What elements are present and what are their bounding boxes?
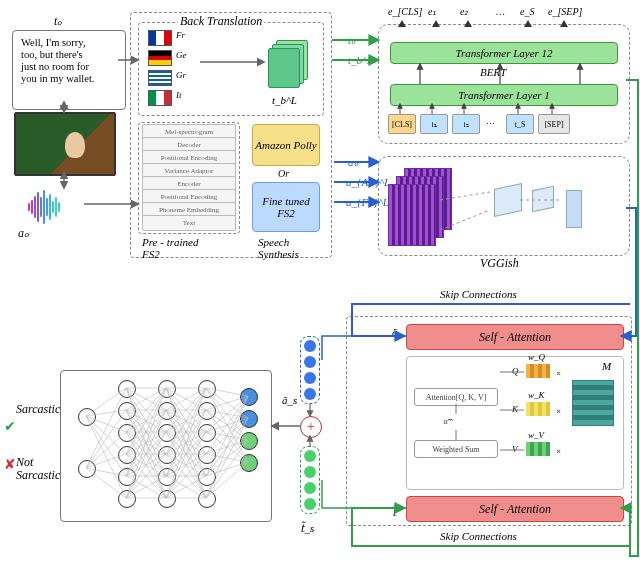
nn-node	[198, 468, 216, 486]
self-attention-bottom-label: Self - Attention	[479, 502, 551, 517]
times1: ×	[556, 368, 561, 378]
a-tilde: ã	[392, 326, 398, 338]
bert-layer12: Transformer Layer 12	[390, 42, 618, 64]
nn-node	[198, 490, 216, 508]
alpha-text: αᵐ	[443, 417, 452, 426]
m-matrix	[572, 380, 614, 426]
attention-fn: Attention[Q, K, V]	[414, 388, 498, 406]
token-cls: [CLS]	[388, 114, 416, 134]
label-to: tₒ	[54, 14, 62, 29]
a-s-vector	[300, 336, 320, 404]
nn-node	[158, 402, 176, 420]
conv-cube-icon	[532, 186, 554, 213]
emb-sep: e_[SEP]	[548, 6, 582, 17]
label-tbL: t_b^L	[272, 94, 297, 106]
arrow-up-icon	[560, 20, 568, 27]
nn-node	[118, 380, 136, 398]
emb-dots: …	[496, 6, 505, 17]
attention-fn-label: Attention[Q, K, V]	[426, 393, 487, 402]
nn-node	[118, 402, 136, 420]
v-label: V	[512, 444, 518, 454]
nn-node	[198, 446, 216, 464]
nn-node	[78, 460, 96, 478]
wq-label: w_Q	[528, 352, 545, 362]
flag-it-label: It	[176, 90, 182, 100]
flag-it-icon	[148, 90, 172, 106]
nn-node	[78, 408, 96, 426]
finetuned-fs2-label: Fine tuned FS2	[253, 195, 319, 219]
token-t1: t₁	[420, 114, 448, 134]
weighted-sum: Weighted Sum	[414, 440, 498, 458]
nn-node	[240, 410, 258, 428]
nn-node	[240, 388, 258, 406]
arrow-up-icon	[464, 20, 472, 27]
nn-node	[158, 380, 176, 398]
t-s-label: t̃_s	[300, 522, 314, 535]
fs2-row: Text	[142, 215, 236, 231]
nn-node	[158, 446, 176, 464]
token-t1-label: t₁	[431, 120, 436, 129]
flag-fr-icon	[148, 30, 172, 46]
wk-label: w_K	[528, 390, 545, 400]
flag-de-icon	[148, 50, 172, 66]
label-ao: aₒ	[18, 226, 29, 241]
wk-matrix	[526, 402, 550, 416]
wv-matrix	[526, 442, 550, 456]
waveform-icon	[28, 190, 60, 224]
diagram-stage: { "input": { "to_label": "t\u2092", "utt…	[0, 0, 640, 571]
emb-e2: e₂	[460, 6, 468, 17]
vggish-in-apL: a_{AP}^L	[346, 176, 390, 188]
times3: ×	[556, 446, 561, 456]
token-ts: t_S	[506, 114, 534, 134]
vggish-name: VGGish	[480, 256, 519, 271]
skip-bottom: Skip Connections	[440, 530, 517, 542]
token-sep-label: [SEP]	[544, 120, 563, 129]
bert-layer12-label: Transformer Layer 12	[455, 47, 552, 59]
amazon-polly-label: Amazon Polly	[255, 139, 316, 151]
flag-gr-icon	[148, 70, 172, 86]
token-cls-label: [CLS]	[392, 120, 412, 129]
arrow-up-icon	[432, 20, 440, 27]
not-sarcastic-label: Not Sarcastic	[16, 456, 60, 482]
q-label: Q	[512, 366, 519, 376]
alpha-label: αᵐ	[436, 414, 460, 428]
t-tilde: t̃	[392, 506, 396, 519]
video-frame	[14, 112, 116, 176]
nn-node	[118, 468, 136, 486]
back-translation-title: Back Translation	[178, 14, 264, 29]
flag-fr-label: Fr	[176, 30, 185, 40]
bert-in-tbL: t_b^L	[348, 54, 373, 66]
flag-de-label: Ge	[176, 50, 187, 60]
self-attention-top: Self - Attention	[406, 324, 624, 350]
bert-layer1-label: Transformer Layer 1	[458, 89, 550, 101]
emb-cls: e_[CLS]	[388, 6, 422, 17]
token-t2-label: t₂	[463, 120, 468, 129]
a-s-label: ã_s	[282, 394, 297, 406]
translated-docs-icon	[268, 40, 308, 88]
utterance-card: Well, I'm sorry, too, but there's just n…	[12, 30, 126, 110]
flag-gr-label: Gr	[176, 70, 186, 80]
wq-matrix	[526, 364, 550, 378]
conv-cube-icon	[494, 183, 522, 217]
times2: ×	[556, 406, 561, 416]
self-attention-bottom: Self - Attention	[406, 496, 624, 522]
k-label: K	[512, 404, 518, 414]
token-sep: [SEP]	[538, 114, 570, 134]
utterance-text: Well, I'm sorry, too, but there's just n…	[21, 37, 125, 85]
nn-node	[198, 424, 216, 442]
nn-node	[240, 432, 258, 450]
token-ts-label: t_S	[515, 120, 526, 129]
m-label: M	[602, 360, 611, 372]
plus-icon: +	[300, 416, 322, 438]
not-cross: ✘	[4, 456, 16, 473]
nn-node	[198, 402, 216, 420]
nn-node	[198, 380, 216, 398]
arrow-up-icon	[398, 20, 406, 27]
nn-node	[158, 468, 176, 486]
amazon-polly-block: Amazon Polly	[252, 124, 320, 166]
wv-label: w_V	[528, 430, 544, 440]
emb-e1: e₁	[428, 6, 436, 17]
nn-node	[118, 446, 136, 464]
fs2-caption: Pre - trained FS2	[142, 236, 198, 260]
nn-node	[118, 424, 136, 442]
